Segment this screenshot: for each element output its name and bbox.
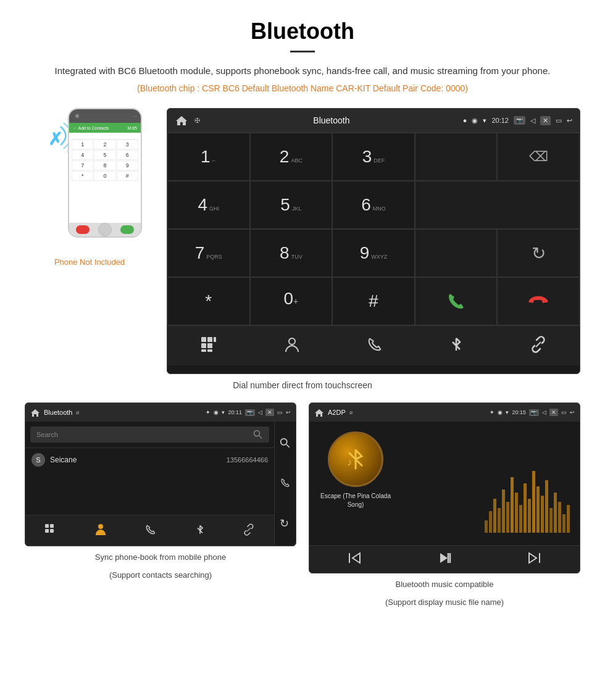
dialpad-cell-4[interactable]: 4 <box>72 150 93 160</box>
phonebook-screen: Bluetooth ⌀ ✦ ◉ ▾ 20:11 📷 ◁ ✕ ▭ ↩ <box>25 402 296 546</box>
phonebook-refresh-icon[interactable]: ↻ <box>280 517 291 530</box>
pb-person-icon[interactable] <box>94 523 107 539</box>
music-vol-icon[interactable]: ◁ <box>542 409 546 415</box>
dialpad-cell-1[interactable]: 1 <box>72 140 93 149</box>
svg-marker-29 <box>529 553 536 563</box>
music-wifi-icon: ▾ <box>506 409 509 415</box>
music-play-pause-button[interactable] <box>438 551 451 567</box>
music-left: ♪ Escape (The Pina Colada Song) <box>309 422 402 545</box>
volume-icon[interactable]: ◁ <box>530 117 535 125</box>
title-divider <box>290 51 315 52</box>
phonebook-back-icon[interactable]: ↩ <box>286 409 291 415</box>
dialpad-cell-8[interactable]: 8 <box>94 160 115 170</box>
close-x-icon[interactable]: ✕ <box>540 116 551 125</box>
key-2[interactable]: 2ABC <box>250 133 333 181</box>
phonebook-caption-1: Sync phone-book from mobile phone <box>25 551 296 564</box>
key-5[interactable]: 5JKL <box>250 181 333 229</box>
music-bt-icon: ✦ <box>490 409 494 415</box>
music-close-icon[interactable]: ✕ <box>549 409 558 416</box>
dialpad-cell-9[interactable]: 9 <box>117 160 138 170</box>
dialpad-cell-0[interactable]: 0 <box>94 171 115 181</box>
phonebook-usb-icon: ⌀ <box>76 409 79 415</box>
phonebook-close-icon[interactable]: ✕ <box>265 409 274 416</box>
back-icon[interactable]: ↩ <box>567 117 572 125</box>
phonebook-section: Bluetooth ⌀ ✦ ◉ ▾ 20:11 📷 ◁ ✕ ▭ ↩ <box>25 402 296 609</box>
music-topbar-right: ✦ ◉ ▾ 20:15 📷 ◁ ✕ ▭ ↩ <box>490 409 575 416</box>
empty-cell-3 <box>415 229 498 277</box>
key-hash[interactable]: # <box>332 277 415 325</box>
viz-bar <box>524 483 527 533</box>
svg-point-20 <box>281 438 287 444</box>
phonebook-empty-space <box>25 472 274 502</box>
phonebook-win-icon[interactable]: ▭ <box>277 409 283 415</box>
phonebook-home-icon[interactable] <box>30 409 40 417</box>
call-red-key[interactable] <box>497 277 580 325</box>
phone-top-bar: ··· <box>69 109 141 123</box>
key-1[interactable]: 1⌐· <box>167 133 250 181</box>
grid-icon[interactable] <box>200 336 217 356</box>
page-title: Bluetooth <box>25 19 580 44</box>
dialpad-cell-5[interactable]: 5 <box>94 150 115 160</box>
key-9[interactable]: 9WXYZ <box>332 229 415 277</box>
contact-avatar: S <box>31 453 45 467</box>
key-star[interactable]: * <box>167 277 250 325</box>
refresh-key[interactable]: ↻ <box>497 229 580 277</box>
page-description: Integrated with BC6 Bluetooth module, su… <box>25 64 580 78</box>
svg-line-19 <box>247 528 251 531</box>
call-green-key[interactable] <box>415 277 498 325</box>
music-home-icon[interactable] <box>314 409 324 417</box>
viz-bar <box>519 505 522 533</box>
search-bar[interactable]: Search <box>30 427 269 443</box>
music-win-icon[interactable]: ▭ <box>561 409 567 415</box>
key-6[interactable]: 6MNO <box>332 181 415 229</box>
pb-bt-icon[interactable] <box>195 523 205 538</box>
viz-bar <box>489 511 492 533</box>
key-8[interactable]: 8TUV <box>250 229 333 277</box>
home-icon[interactable] <box>175 115 188 126</box>
svg-rect-6 <box>207 343 212 348</box>
key-4[interactable]: 4GHI <box>167 181 250 229</box>
music-screen: A2DP ⌀ ✦ ◉ ▾ 20:15 📷 ◁ ✕ ▭ ↩ <box>309 402 580 573</box>
phonebook-topbar: Bluetooth ⌀ ✦ ◉ ▾ 20:11 📷 ◁ ✕ ▭ ↩ <box>25 403 296 422</box>
phonebook-toolbar <box>25 515 274 546</box>
dialpad-cell-6[interactable]: 6 <box>117 150 138 160</box>
svg-rect-17 <box>50 529 54 533</box>
dialpad-cell-star[interactable]: * <box>72 171 93 181</box>
phone-toolbar-icon[interactable] <box>366 336 383 356</box>
dialpad-cell-2[interactable]: 2 <box>94 140 115 149</box>
viz-bar <box>536 486 540 533</box>
key-7[interactable]: 7PQRS <box>167 229 250 277</box>
key-0[interactable]: 0 + <box>250 277 333 325</box>
phonebook-vol-icon[interactable]: ◁ <box>258 409 262 415</box>
viz-bar <box>554 493 557 533</box>
album-art: ♪ <box>328 431 383 487</box>
phone-home-button[interactable] <box>98 223 112 236</box>
key-3[interactable]: 3DEF <box>332 133 415 181</box>
pb-link-icon[interactable] <box>243 523 255 538</box>
pb-grid-icon[interactable] <box>44 523 57 538</box>
phonebook-call-icon[interactable] <box>280 477 291 489</box>
phonebook-search-icon[interactable] <box>280 438 291 449</box>
page-specs: (Bluetooth chip : CSR BC6 Default Blueto… <box>25 83 580 93</box>
bluetooth-toolbar-icon[interactable] <box>449 336 464 356</box>
contacts-icon[interactable] <box>283 336 301 356</box>
window-icon[interactable]: ▭ <box>556 117 562 125</box>
search-placeholder: Search <box>36 431 58 438</box>
viz-bar <box>493 499 496 533</box>
music-back-icon[interactable]: ↩ <box>570 409 575 415</box>
link-toolbar-icon[interactable] <box>530 336 547 356</box>
call-green-icon <box>445 290 467 312</box>
music-time: 20:15 <box>512 409 526 415</box>
music-next-button[interactable] <box>528 551 541 567</box>
dialpad-cell-3[interactable]: 3 <box>117 140 138 149</box>
pb-phone-icon[interactable] <box>144 523 157 539</box>
delete-key[interactable]: ⌫ <box>497 133 580 181</box>
main-content: ✗ ··· ← Add to Contacts <box>25 108 580 374</box>
song-title: Escape (The Pina Colada Song) <box>319 492 392 509</box>
dialpad-cell-7[interactable]: 7 <box>72 160 93 170</box>
dialpad-toolbar <box>167 325 580 365</box>
dialpad-cell-hash[interactable]: # <box>117 171 138 181</box>
viz-bar <box>511 477 514 533</box>
usb-icon: ✠ <box>194 117 200 125</box>
music-prev-button[interactable] <box>348 551 361 567</box>
